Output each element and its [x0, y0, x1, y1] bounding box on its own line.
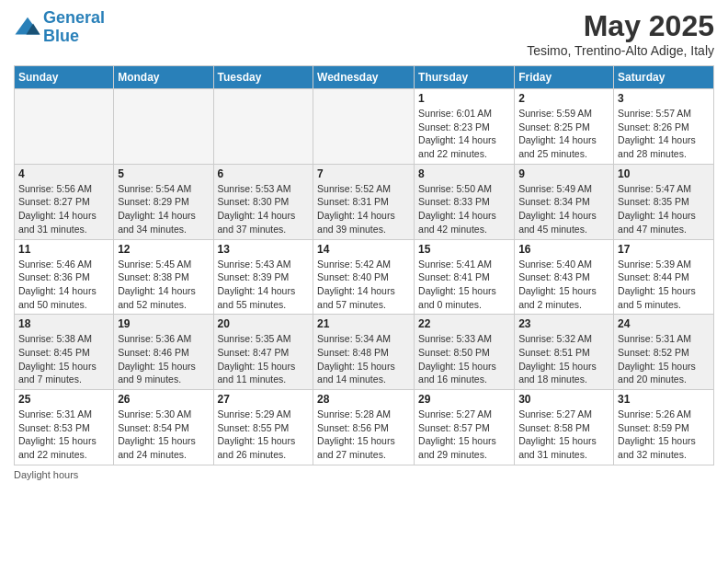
day-number: 15 — [418, 243, 510, 256]
day-info: Sunrise: 5:27 AMSunset: 8:58 PMDaylight:… — [518, 408, 609, 462]
calendar-cell: 15Sunrise: 5:41 AMSunset: 8:41 PMDayligh… — [415, 239, 515, 315]
calendar-cell: 20Sunrise: 5:35 AMSunset: 8:47 PMDayligh… — [213, 315, 313, 390]
calendar-cell: 11Sunrise: 5:46 AMSunset: 8:36 PMDayligh… — [15, 239, 114, 315]
calendar-cell: 4Sunrise: 5:56 AMSunset: 8:27 PMDaylight… — [15, 164, 114, 239]
day-number: 27 — [218, 393, 310, 406]
day-number: 1 — [418, 92, 510, 105]
day-number: 4 — [18, 167, 109, 180]
day-info: Sunrise: 5:40 AMSunset: 8:43 PMDaylight:… — [518, 258, 609, 312]
calendar-day-header: Wednesday — [313, 66, 415, 89]
day-info: Sunrise: 5:43 AMSunset: 8:39 PMDaylight:… — [218, 258, 310, 312]
day-number: 22 — [418, 317, 510, 330]
day-info: Sunrise: 5:36 AMSunset: 8:46 PMDaylight:… — [118, 332, 209, 386]
day-number: 21 — [317, 317, 410, 330]
page: General Blue May 2025 Tesimo, Trentino-A… — [0, 0, 728, 489]
calendar-cell: 6Sunrise: 5:53 AMSunset: 8:30 PMDaylight… — [213, 164, 313, 239]
calendar-cell: 2Sunrise: 5:59 AMSunset: 8:25 PMDaylight… — [515, 89, 614, 165]
day-number: 8 — [418, 167, 510, 180]
day-number: 26 — [118, 393, 209, 406]
day-number: 17 — [618, 243, 710, 256]
day-number: 25 — [18, 393, 109, 406]
day-number: 6 — [218, 167, 310, 180]
calendar-cell: 28Sunrise: 5:28 AMSunset: 8:56 PMDayligh… — [313, 390, 415, 465]
day-number: 9 — [518, 167, 609, 180]
calendar-day-header: Sunday — [15, 66, 114, 89]
calendar-cell — [15, 89, 114, 165]
day-info: Sunrise: 6:01 AMSunset: 8:23 PMDaylight:… — [418, 107, 510, 161]
logo: General Blue — [14, 9, 105, 46]
calendar-table: SundayMondayTuesdayWednesdayThursdayFrid… — [14, 65, 714, 465]
calendar-cell: 19Sunrise: 5:36 AMSunset: 8:46 PMDayligh… — [114, 315, 213, 390]
calendar-cell: 10Sunrise: 5:47 AMSunset: 8:35 PMDayligh… — [614, 164, 714, 239]
day-number: 12 — [118, 243, 209, 256]
calendar-week-row: 11Sunrise: 5:46 AMSunset: 8:36 PMDayligh… — [15, 239, 714, 315]
header: General Blue May 2025 Tesimo, Trentino-A… — [14, 9, 714, 58]
logo-text: General Blue — [43, 9, 105, 46]
day-number: 28 — [317, 393, 410, 406]
day-info: Sunrise: 5:59 AMSunset: 8:25 PMDaylight:… — [518, 107, 609, 161]
calendar-cell — [114, 89, 213, 165]
day-info: Sunrise: 5:52 AMSunset: 8:31 PMDaylight:… — [317, 182, 410, 236]
day-number: 31 — [618, 393, 710, 406]
calendar-day-header: Saturday — [614, 66, 714, 89]
calendar-cell: 5Sunrise: 5:54 AMSunset: 8:29 PMDaylight… — [114, 164, 213, 239]
day-number: 24 — [618, 317, 710, 330]
day-number: 3 — [618, 92, 710, 105]
day-info: Sunrise: 5:46 AMSunset: 8:36 PMDaylight:… — [18, 258, 109, 312]
calendar-cell: 12Sunrise: 5:45 AMSunset: 8:38 PMDayligh… — [114, 239, 213, 315]
calendar-cell: 23Sunrise: 5:32 AMSunset: 8:51 PMDayligh… — [515, 315, 614, 390]
day-info: Sunrise: 5:41 AMSunset: 8:41 PMDaylight:… — [418, 258, 510, 312]
calendar-cell: 24Sunrise: 5:31 AMSunset: 8:52 PMDayligh… — [614, 315, 714, 390]
calendar-week-row: 4Sunrise: 5:56 AMSunset: 8:27 PMDaylight… — [15, 164, 714, 239]
calendar-cell: 17Sunrise: 5:39 AMSunset: 8:44 PMDayligh… — [614, 239, 714, 315]
calendar-cell: 8Sunrise: 5:50 AMSunset: 8:33 PMDaylight… — [415, 164, 515, 239]
calendar-cell — [213, 89, 313, 165]
day-number: 2 — [518, 92, 609, 105]
calendar-header-row: SundayMondayTuesdayWednesdayThursdayFrid… — [15, 66, 714, 89]
day-info: Sunrise: 5:54 AMSunset: 8:29 PMDaylight:… — [118, 182, 209, 236]
calendar-cell: 7Sunrise: 5:52 AMSunset: 8:31 PMDaylight… — [313, 164, 415, 239]
day-number: 16 — [518, 243, 609, 256]
calendar-cell: 13Sunrise: 5:43 AMSunset: 8:39 PMDayligh… — [213, 239, 313, 315]
month-title: May 2025 — [527, 9, 714, 43]
calendar-cell: 9Sunrise: 5:49 AMSunset: 8:34 PMDaylight… — [515, 164, 614, 239]
day-info: Sunrise: 5:32 AMSunset: 8:51 PMDaylight:… — [518, 332, 609, 386]
day-info: Sunrise: 5:35 AMSunset: 8:47 PMDaylight:… — [218, 332, 310, 386]
calendar-cell: 31Sunrise: 5:26 AMSunset: 8:59 PMDayligh… — [614, 390, 714, 465]
day-info: Sunrise: 5:56 AMSunset: 8:27 PMDaylight:… — [18, 182, 109, 236]
day-info: Sunrise: 5:42 AMSunset: 8:40 PMDaylight:… — [317, 258, 410, 312]
day-info: Sunrise: 5:53 AMSunset: 8:30 PMDaylight:… — [218, 182, 310, 236]
calendar-cell: 14Sunrise: 5:42 AMSunset: 8:40 PMDayligh… — [313, 239, 415, 315]
calendar-cell: 21Sunrise: 5:34 AMSunset: 8:48 PMDayligh… — [313, 315, 415, 390]
day-number: 29 — [418, 393, 510, 406]
day-info: Sunrise: 5:49 AMSunset: 8:34 PMDaylight:… — [518, 182, 609, 236]
day-info: Sunrise: 5:28 AMSunset: 8:56 PMDaylight:… — [317, 408, 410, 462]
day-number: 23 — [518, 317, 609, 330]
day-info: Sunrise: 5:31 AMSunset: 8:52 PMDaylight:… — [618, 332, 710, 386]
calendar-cell: 29Sunrise: 5:27 AMSunset: 8:57 PMDayligh… — [415, 390, 515, 465]
day-number: 5 — [118, 167, 209, 180]
day-info: Sunrise: 5:33 AMSunset: 8:50 PMDaylight:… — [418, 332, 510, 386]
calendar-week-row: 25Sunrise: 5:31 AMSunset: 8:53 PMDayligh… — [15, 390, 714, 465]
calendar-cell: 16Sunrise: 5:40 AMSunset: 8:43 PMDayligh… — [515, 239, 614, 315]
day-info: Sunrise: 5:38 AMSunset: 8:45 PMDaylight:… — [18, 332, 109, 386]
calendar-cell: 3Sunrise: 5:57 AMSunset: 8:26 PMDaylight… — [614, 89, 714, 165]
calendar-day-header: Monday — [114, 66, 213, 89]
day-number: 18 — [18, 317, 109, 330]
calendar-day-header: Tuesday — [213, 66, 313, 89]
day-number: 20 — [218, 317, 310, 330]
calendar-cell: 27Sunrise: 5:29 AMSunset: 8:55 PMDayligh… — [213, 390, 313, 465]
calendar-day-header: Thursday — [415, 66, 515, 89]
day-info: Sunrise: 5:39 AMSunset: 8:44 PMDaylight:… — [618, 258, 710, 312]
day-number: 30 — [518, 393, 609, 406]
calendar-week-row: 1Sunrise: 6:01 AMSunset: 8:23 PMDaylight… — [15, 89, 714, 165]
day-number: 13 — [218, 243, 310, 256]
day-info: Sunrise: 5:50 AMSunset: 8:33 PMDaylight:… — [418, 182, 510, 236]
calendar-cell: 25Sunrise: 5:31 AMSunset: 8:53 PMDayligh… — [15, 390, 114, 465]
day-number: 10 — [618, 167, 710, 180]
calendar-cell: 30Sunrise: 5:27 AMSunset: 8:58 PMDayligh… — [515, 390, 614, 465]
day-info: Sunrise: 5:34 AMSunset: 8:48 PMDaylight:… — [317, 332, 410, 386]
calendar-week-row: 18Sunrise: 5:38 AMSunset: 8:45 PMDayligh… — [15, 315, 714, 390]
location: Tesimo, Trentino-Alto Adige, Italy — [527, 43, 714, 58]
calendar-cell: 18Sunrise: 5:38 AMSunset: 8:45 PMDayligh… — [15, 315, 114, 390]
